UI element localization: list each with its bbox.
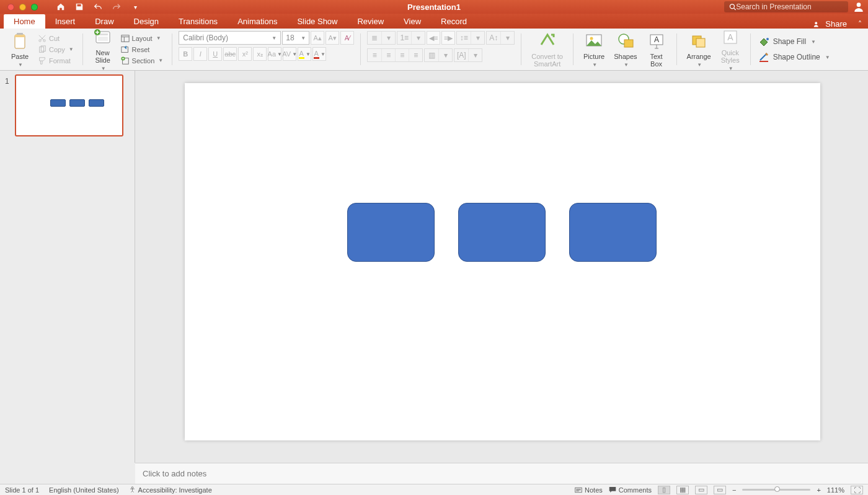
reset-button[interactable]: Reset: [118, 45, 166, 55]
justify-button[interactable]: ≡: [409, 49, 422, 61]
save-icon[interactable]: [75, 2, 84, 11]
zoom-out-button[interactable]: −: [732, 486, 736, 494]
tab-animations[interactable]: Animations: [228, 14, 287, 29]
superscript-button[interactable]: x²: [238, 47, 252, 61]
bullets-button[interactable]: ≣▾: [367, 31, 396, 45]
minimize-window-button[interactable]: [19, 4, 26, 11]
notes-pane[interactable]: Click to add notes: [135, 463, 868, 484]
zoom-window-button[interactable]: [31, 4, 38, 11]
cut-button[interactable]: Cut: [35, 33, 76, 43]
tab-record[interactable]: Record: [431, 14, 477, 29]
reading-view-button[interactable]: ▭: [695, 486, 707, 494]
quick-styles-label: Quick Styles: [721, 49, 740, 64]
align-right-button[interactable]: ≡: [395, 49, 409, 61]
arrange-button[interactable]: Arrange▼: [683, 30, 715, 69]
italic-button[interactable]: I: [193, 47, 207, 61]
profile-icon[interactable]: [853, 1, 864, 12]
highlight-button[interactable]: A▼: [298, 47, 311, 61]
smartart-label: Convert to SmartArt: [531, 53, 563, 68]
slide-1[interactable]: [185, 83, 820, 440]
svg-text:A: A: [727, 32, 733, 42]
tab-design[interactable]: Design: [124, 14, 169, 29]
search-input-wrapper[interactable]: [724, 1, 848, 12]
decrease-font-button[interactable]: A▾: [326, 31, 339, 45]
thumbnail-number: 1: [5, 74, 11, 136]
reset-icon: [121, 45, 130, 54]
picture-label: Picture: [583, 53, 604, 60]
section-button[interactable]: Section▼: [118, 56, 166, 66]
rounded-rectangle-shape[interactable]: [347, 203, 435, 262]
underline-button[interactable]: U: [208, 47, 222, 61]
shape-outline-button[interactable]: Shape Outline▼: [757, 50, 831, 64]
paste-button[interactable]: Paste ▼: [6, 30, 33, 69]
notes-placeholder: Click to add notes: [143, 469, 206, 478]
zoom-percentage[interactable]: 111%: [827, 486, 844, 494]
share-label: Share: [825, 19, 847, 29]
qat-customize-icon[interactable]: ▾: [131, 2, 140, 11]
tab-slideshow[interactable]: Slide Show: [287, 14, 347, 29]
change-case-button[interactable]: Aa▼: [268, 47, 281, 61]
fit-to-window-button[interactable]: ⛶: [851, 486, 863, 494]
tab-view[interactable]: View: [394, 14, 431, 29]
align-left-button[interactable]: ≡: [368, 49, 381, 61]
zoom-slider[interactable]: [742, 489, 810, 491]
quick-styles-button[interactable]: A Quick Styles▼: [717, 26, 744, 73]
zoom-in-button[interactable]: +: [817, 486, 820, 494]
textbox-button[interactable]: A Text Box: [643, 30, 670, 69]
subscript-button[interactable]: x₂: [253, 47, 267, 61]
redo-icon[interactable]: [112, 2, 121, 11]
clear-formatting-button[interactable]: A⁄: [340, 31, 354, 45]
picture-button[interactable]: Picture▼: [580, 30, 608, 69]
rounded-rectangle-shape[interactable]: [569, 203, 657, 262]
share-icon: [813, 20, 822, 29]
numbering-button[interactable]: 1≡▾: [397, 31, 425, 45]
rounded-rectangle-shape[interactable]: [458, 203, 546, 262]
tab-insert[interactable]: Insert: [45, 14, 86, 29]
font-name-select[interactable]: Calibri (Body)▼: [179, 31, 281, 45]
slideshow-view-button[interactable]: ▭: [714, 486, 726, 494]
search-input[interactable]: [736, 2, 843, 11]
share-button[interactable]: Share: [808, 19, 852, 29]
shape-fill-button[interactable]: Shape Fill▼: [757, 35, 817, 48]
text-direction-button[interactable]: A↕▾: [486, 31, 515, 45]
strikethrough-button[interactable]: abc: [223, 47, 237, 61]
shape-fill-icon: [758, 36, 769, 47]
font-color-button[interactable]: A▼: [312, 47, 326, 61]
format-painter-button[interactable]: Format: [35, 56, 76, 66]
copy-button[interactable]: Copy▼: [35, 45, 76, 55]
status-language[interactable]: English (United States): [49, 486, 119, 494]
tab-home[interactable]: Home: [4, 14, 45, 29]
textbox-label: Text Box: [650, 53, 662, 68]
collapse-ribbon-icon[interactable]: ˄: [852, 20, 868, 29]
new-slide-button[interactable]: New Slide ▼: [89, 26, 117, 73]
slide-thumbnail-1[interactable]: [15, 74, 123, 136]
close-window-button[interactable]: [7, 4, 14, 11]
notes-toggle[interactable]: Notes: [575, 486, 603, 494]
thumbnail-shape: [89, 99, 104, 107]
bold-button[interactable]: B: [179, 47, 192, 61]
normal-view-button[interactable]: ▯: [658, 486, 670, 494]
line-spacing-button[interactable]: ↕≡▾: [456, 31, 485, 45]
increase-font-button[interactable]: A▴: [311, 31, 324, 45]
tab-transitions[interactable]: Transitions: [169, 14, 228, 29]
align-text-button[interactable]: [A]▾: [454, 48, 482, 62]
undo-icon[interactable]: [94, 2, 102, 11]
increase-indent-button[interactable]: ≡▶: [441, 31, 455, 45]
columns-button[interactable]: ▥▾: [424, 48, 453, 62]
convert-smartart-button[interactable]: Convert to SmartArt: [528, 30, 567, 69]
home-icon[interactable]: [56, 2, 65, 11]
decrease-indent-button[interactable]: ◀≡: [427, 31, 440, 45]
comments-toggle[interactable]: Comments: [609, 486, 652, 494]
svg-point-28: [766, 38, 769, 40]
status-accessibility[interactable]: Accessibility: Investigate: [129, 486, 212, 494]
slide-canvas-area[interactable]: [135, 71, 868, 463]
paste-icon: [10, 31, 30, 51]
font-size-select[interactable]: 18▼: [282, 31, 309, 45]
shapes-button[interactable]: Shapes▼: [610, 30, 640, 69]
layout-button[interactable]: Layout▼: [118, 33, 166, 43]
svg-rect-12: [98, 37, 108, 41]
sorter-view-button[interactable]: ▦: [676, 486, 689, 494]
tab-review[interactable]: Review: [347, 14, 394, 29]
align-center-button[interactable]: ≡: [381, 49, 395, 61]
character-spacing-button[interactable]: AV▼: [283, 47, 296, 61]
